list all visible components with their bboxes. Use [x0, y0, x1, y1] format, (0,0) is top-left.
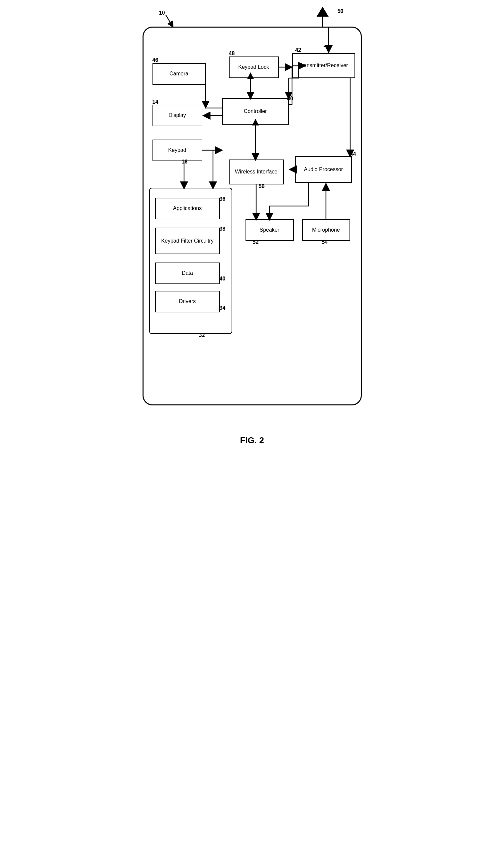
label-40: 40: [220, 276, 226, 282]
data-label: Data: [182, 270, 193, 277]
keypad-box: Keypad: [152, 140, 202, 161]
transmitter-label: Transmitter/Receiver: [299, 62, 348, 69]
label-54: 54: [322, 239, 328, 245]
label-34: 34: [220, 305, 226, 311]
applications-label: Applications: [173, 205, 202, 212]
label-14: 14: [152, 99, 159, 105]
kfc-box: Keypad Filter Circuitry: [155, 228, 220, 254]
diagram: 10 50 Camera 46 Keypad Lock 48: [132, 7, 372, 425]
keypad-lock-box: Keypad Lock: [229, 57, 279, 78]
audio-box: Audio Processor: [295, 156, 352, 183]
label-56: 56: [259, 183, 265, 189]
label-52: 52: [253, 239, 259, 245]
camera-label: Camera: [169, 70, 188, 78]
speaker-box: Speaker: [246, 219, 294, 241]
label-32: 32: [199, 332, 205, 338]
label-44: 44: [350, 151, 356, 157]
transmitter-box: Transmitter/Receiver: [292, 53, 355, 78]
applications-box: Applications: [155, 198, 220, 219]
drivers-label: Drivers: [179, 298, 196, 305]
keypad-lock-label: Keypad Lock: [238, 64, 269, 71]
microphone-label: Microphone: [312, 227, 340, 234]
controller-box: Controller: [222, 98, 289, 125]
label-50: 50: [338, 8, 343, 14]
microphone-box: Microphone: [302, 219, 350, 241]
kfc-label: Keypad Filter Circuitry: [161, 238, 213, 245]
display-label: Display: [168, 112, 186, 119]
controller-label: Controller: [244, 108, 267, 115]
label-42: 42: [295, 47, 301, 53]
label-48: 48: [229, 50, 235, 57]
wireless-box: Wireless Interface: [229, 160, 284, 184]
drivers-box: Drivers: [155, 291, 220, 312]
speaker-label: Speaker: [259, 227, 279, 234]
label-30: 30: [288, 96, 293, 102]
label-36: 36: [220, 196, 226, 202]
fig-caption: FIG. 2: [240, 435, 264, 446]
keypad-label: Keypad: [168, 147, 186, 154]
wireless-label: Wireless Interface: [235, 169, 278, 175]
camera-box: Camera: [152, 63, 206, 85]
audio-label: Audio Processor: [304, 166, 343, 173]
label-46: 46: [152, 57, 159, 63]
label-16: 16: [182, 159, 188, 165]
svg-line-0: [166, 15, 172, 25]
display-box: Display: [152, 105, 202, 126]
antenna-triangle: [317, 7, 329, 16]
label-38: 38: [220, 226, 226, 232]
page-container: 10 50 Camera 46 Keypad Lock 48: [126, 7, 378, 446]
data-box: Data: [155, 263, 220, 284]
